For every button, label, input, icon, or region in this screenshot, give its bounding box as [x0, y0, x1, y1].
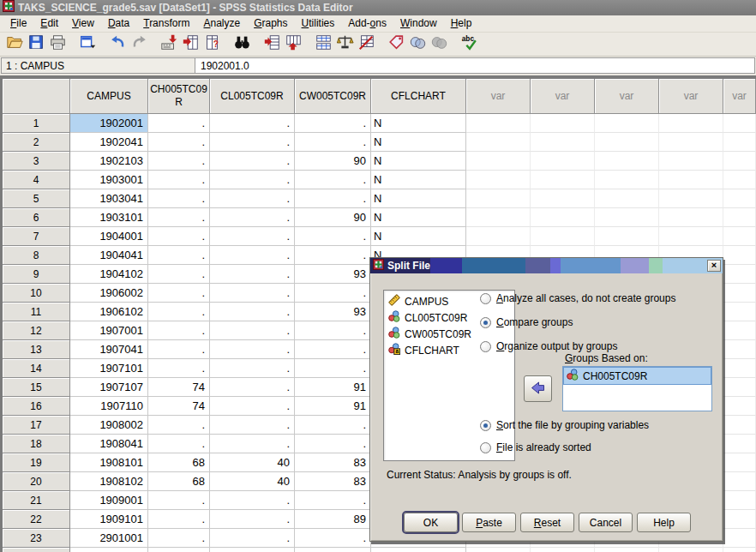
grid-cell[interactable]	[531, 548, 595, 552]
groups-item-ch005tc09r[interactable]: CH005TC09R	[563, 367, 711, 385]
grid-cell[interactable]	[723, 472, 756, 491]
grid-cell[interactable]: .	[148, 303, 210, 321]
grid-cell[interactable]: 91	[295, 378, 371, 397]
row-header[interactable]: 8	[3, 246, 70, 265]
grid-cell[interactable]	[595, 208, 659, 227]
grid-cell[interactable]: .	[148, 340, 210, 359]
grid-cell[interactable]	[466, 208, 531, 227]
grid-cell[interactable]: 1906002	[70, 284, 148, 303]
grid-cell[interactable]: N	[371, 133, 466, 152]
reset-button[interactable]: Reset	[520, 513, 574, 532]
grid-cell[interactable]	[723, 303, 756, 321]
grid-cell[interactable]: 40	[210, 472, 295, 491]
grid-cell[interactable]	[531, 152, 595, 171]
grid-cell[interactable]: .	[210, 321, 295, 340]
column-header-cfl[interactable]: CFLCHART	[371, 79, 466, 114]
grid-cell[interactable]: .	[210, 208, 295, 227]
grid-cell[interactable]: .	[210, 303, 295, 321]
grid-cell[interactable]: 68	[148, 453, 210, 472]
variables-button[interactable]: ?	[201, 34, 223, 55]
grid-cell[interactable]: N	[371, 171, 466, 189]
grid-cell[interactable]: .	[210, 114, 295, 133]
grid-cell[interactable]	[466, 189, 531, 208]
spell-check-button[interactable]: abc	[459, 34, 480, 55]
grid-cell[interactable]: .	[210, 340, 295, 359]
column-header-campus[interactable]: CAMPUS	[70, 79, 148, 114]
row-header[interactable]: 20	[3, 472, 70, 491]
grid-cell[interactable]: .	[210, 133, 295, 152]
grid-cell[interactable]	[595, 133, 659, 152]
weight-cases-button[interactable]	[334, 34, 356, 55]
grid-cell[interactable]: .	[295, 284, 371, 303]
grid-cell[interactable]	[70, 548, 148, 552]
grid-cell[interactable]: .	[148, 529, 210, 548]
row-header[interactable]: 22	[3, 510, 70, 529]
insert-cases-button[interactable]	[261, 34, 283, 55]
goto-variable-button[interactable]	[180, 34, 201, 55]
grid-cell[interactable]: N	[371, 208, 466, 227]
menu-data[interactable]: Data	[101, 15, 136, 32]
grid-cell[interactable]: .	[295, 340, 371, 359]
grid-cell[interactable]: 1903101	[70, 208, 148, 227]
grid-cell[interactable]: .	[210, 491, 295, 510]
row-header[interactable]: 16	[3, 397, 70, 416]
menu-transform[interactable]: Transform	[136, 15, 196, 32]
grid-cell[interactable]: N	[371, 189, 466, 208]
grid-cell[interactable]: 1907110	[70, 397, 148, 416]
column-header-var2[interactable]: var	[531, 79, 595, 114]
grid-cell[interactable]: 91	[295, 397, 371, 416]
grid-cell[interactable]: 1904041	[70, 246, 148, 265]
row-header[interactable]: 9	[3, 265, 70, 284]
select-cases-button[interactable]	[356, 34, 377, 55]
grid-cell[interactable]	[371, 548, 466, 552]
row-header[interactable]: 15	[3, 378, 70, 397]
grid-cell[interactable]: .	[148, 435, 210, 453]
grid-cell[interactable]: .	[210, 246, 295, 265]
row-header[interactable]: 19	[3, 453, 70, 472]
row-header[interactable]: 5	[3, 189, 70, 208]
grid-cell[interactable]	[531, 189, 595, 208]
grid-cell[interactable]	[466, 171, 531, 189]
grid-cell[interactable]: 1907101	[70, 359, 148, 378]
open-file-button[interactable]	[4, 34, 26, 55]
grid-cell[interactable]: .	[210, 378, 295, 397]
grid-cell[interactable]: .	[148, 284, 210, 303]
split-file-button[interactable]	[313, 34, 334, 55]
grid-cell[interactable]: .	[210, 529, 295, 548]
grid-cell[interactable]: .	[148, 246, 210, 265]
grid-cell[interactable]	[723, 246, 756, 265]
grid-cell[interactable]: .	[295, 171, 371, 189]
grid-cell[interactable]	[659, 133, 723, 152]
grid-cell[interactable]	[723, 397, 756, 416]
groups-based-on-list[interactable]: CH005TC09R	[562, 366, 712, 411]
menu-edit[interactable]: Edit	[33, 15, 65, 32]
grid-cell[interactable]: .	[210, 510, 295, 529]
grid-cell[interactable]: .	[295, 491, 371, 510]
row-header[interactable]: 23	[3, 529, 70, 548]
dialog-recall-button[interactable]	[77, 34, 99, 55]
grid-cell[interactable]	[723, 321, 756, 340]
grid-cell[interactable]: .	[295, 114, 371, 133]
grid-cell[interactable]	[531, 133, 595, 152]
grid-cell[interactable]: 2901001	[70, 529, 148, 548]
grid-cell[interactable]: 90	[295, 208, 371, 227]
insert-variable-button[interactable]	[283, 34, 304, 55]
cancel-button[interactable]: Cancel	[579, 513, 633, 532]
grid-cell[interactable]	[466, 227, 531, 246]
menu-help[interactable]: Help	[444, 15, 479, 32]
grid-cell[interactable]: .	[295, 227, 371, 246]
grid-cell[interactable]	[723, 114, 756, 133]
row-header[interactable]: 7	[3, 227, 70, 246]
use-variable-sets-button[interactable]	[407, 34, 429, 55]
grid-cell[interactable]: .	[148, 265, 210, 284]
grid-cell[interactable]	[659, 114, 723, 133]
grid-cell[interactable]: .	[295, 435, 371, 453]
paste-button[interactable]: Paste	[462, 513, 516, 532]
grid-cell[interactable]: 74	[148, 378, 210, 397]
grid-cell[interactable]	[595, 227, 659, 246]
grid-cell[interactable]	[723, 510, 756, 529]
grid-cell[interactable]	[531, 114, 595, 133]
grid-cell[interactable]: 83	[295, 453, 371, 472]
column-header-ch[interactable]: CH005TC09R	[148, 79, 210, 114]
grid-cell[interactable]	[595, 114, 659, 133]
